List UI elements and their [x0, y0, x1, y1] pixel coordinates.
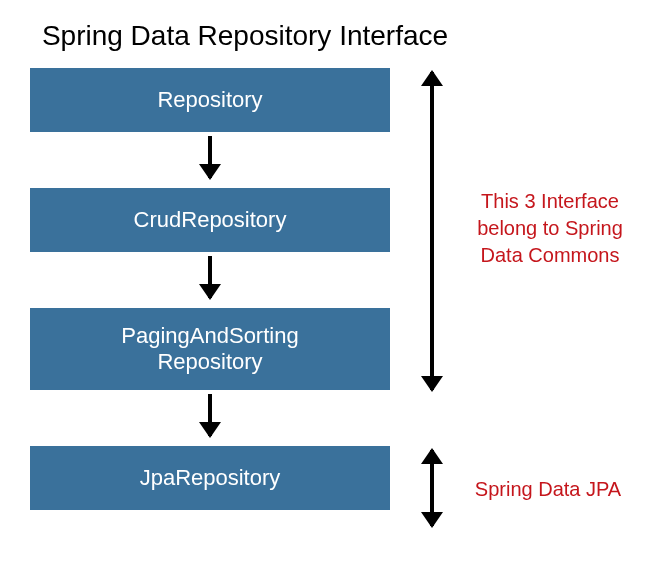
annotation-commons-line2: belong to Spring [460, 215, 640, 242]
box-paging-line2: Repository [121, 349, 298, 375]
arrow-down-icon [208, 136, 212, 178]
annotation-commons-line1: This 3 Interface [460, 188, 640, 215]
box-jpa-label: JpaRepository [140, 465, 281, 491]
annotation-spring-data-jpa: Spring Data JPA [468, 476, 628, 503]
arrow-down-icon [208, 394, 212, 436]
box-repository: Repository [30, 68, 390, 132]
box-paging-line1: PagingAndSorting [121, 323, 298, 349]
annotation-spring-data-commons: This 3 Interface belong to Spring Data C… [460, 188, 640, 269]
bracket-arrow-commons-icon [430, 72, 434, 390]
box-repository-label: Repository [157, 87, 262, 113]
bracket-arrow-jpa-icon [430, 450, 434, 526]
box-paging-label: PagingAndSorting Repository [121, 323, 298, 376]
box-paging-sorting-repository: PagingAndSorting Repository [30, 308, 390, 390]
box-jpa-repository: JpaRepository [30, 446, 390, 510]
annotation-commons-line3: Data Commons [460, 242, 640, 269]
diagram-title: Spring Data Repository Interface [30, 0, 460, 68]
box-crud-repository: CrudRepository [30, 188, 390, 252]
diagram-body: Repository CrudRepository PagingAndSorti… [30, 68, 630, 510]
box-crud-label: CrudRepository [134, 207, 287, 233]
arrow-down-icon [208, 256, 212, 298]
hierarchy-column: Repository CrudRepository PagingAndSorti… [30, 68, 390, 510]
